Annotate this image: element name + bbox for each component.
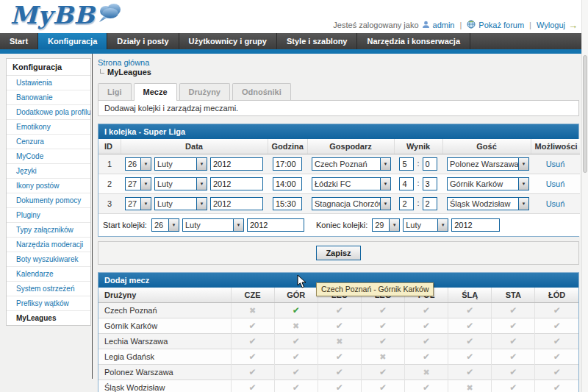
match-day-select[interactable]: 26▼ — [125, 157, 151, 171]
match-toggle-cell[interactable]: ✔ — [535, 365, 578, 380]
match-toggle-cell[interactable]: ✔ — [535, 349, 578, 365]
match-toggle-cell[interactable]: ✔ — [274, 365, 318, 380]
score-away-input[interactable] — [423, 177, 437, 190]
score-home-input[interactable] — [399, 157, 414, 171]
sidebar-item-system-ostrzeżeń[interactable]: System ostrzeżeń — [7, 282, 90, 296]
tab-drużyny[interactable]: Drużyny — [179, 83, 230, 100]
match-toggle-cell[interactable]: ✔ — [361, 303, 404, 318]
score-home-input[interactable] — [399, 177, 414, 190]
match-toggle-cell[interactable]: ✔ — [535, 318, 578, 334]
match-month-select[interactable]: Luty▼ — [154, 157, 207, 171]
match-toggle-cell[interactable]: ✖ — [274, 318, 318, 334]
scrollbar-thumb[interactable] — [583, 55, 587, 173]
match-toggle-cell[interactable]: ✔ — [492, 334, 535, 349]
match-toggle-cell[interactable]: ✔ — [318, 303, 361, 318]
match-toggle-cell[interactable]: ✔ — [405, 303, 448, 318]
match-host-select[interactable]: Łódzki FC▼ — [312, 177, 391, 190]
match-toggle-cell[interactable]: ✔ — [492, 349, 535, 365]
sidebar-item-pluginy[interactable]: Pluginy — [7, 208, 90, 223]
sidebar-item-myleagues[interactable]: MyLeagues — [7, 311, 90, 325]
match-day-select[interactable]: 27▼ — [125, 197, 151, 210]
sidebar-item-dokumenty-pomocy[interactable]: Dokumenty pomocy — [7, 193, 90, 208]
sidebar-item-języki[interactable]: Języki — [7, 164, 90, 179]
match-toggle-cell[interactable]: ✔ — [361, 365, 404, 380]
match-toggle-cell[interactable]: ✔ — [448, 349, 492, 365]
delete-match-link[interactable]: Usuń — [546, 199, 565, 208]
match-toggle-cell[interactable]: ✔ — [535, 303, 578, 318]
score-away-input[interactable] — [423, 157, 437, 171]
sidebar-item-typy-załączników[interactable]: Typy załączników — [7, 223, 90, 238]
round-end-year-input[interactable] — [451, 218, 500, 232]
match-toggle-cell[interactable]: ✔ — [361, 334, 404, 349]
match-toggle-cell[interactable]: ✔ — [492, 380, 535, 392]
match-toggle-cell[interactable]: ✔ — [318, 365, 361, 380]
sidebar-item-ikony-postów[interactable]: Ikony postów — [7, 179, 90, 193]
round-start-day-select[interactable]: 26 ▼ — [151, 218, 179, 232]
match-time-input[interactable] — [273, 157, 302, 171]
match-guest-select[interactable]: Polonez Warszawa▼ — [447, 157, 529, 171]
sidebar-item-narzędzia-moderacji[interactable]: Narzędzia moderacji — [7, 238, 90, 252]
match-time-input[interactable] — [273, 197, 302, 210]
sidebar-item-emotikony[interactable]: Emotikony — [7, 120, 90, 135]
round-end-month-select[interactable]: Luty ▼ — [403, 218, 448, 232]
match-year-input[interactable] — [210, 197, 263, 210]
nav-tab-użytkownicy-i-grupy[interactable]: Użytkownicy i grupy — [179, 33, 277, 49]
sidebar-item-banowanie[interactable]: Banowanie — [7, 90, 90, 105]
vertical-scrollbar[interactable] — [581, 0, 588, 392]
match-toggle-cell[interactable]: ✔ — [231, 365, 274, 380]
match-toggle-cell[interactable]: ✔ — [535, 334, 578, 349]
match-toggle-cell[interactable]: ✔ — [405, 334, 448, 349]
delete-match-link[interactable]: Usuń — [546, 179, 565, 188]
sidebar-item-dodatkowe-pola-profilu[interactable]: Dodatkowe pola profilu — [7, 105, 90, 120]
mybb-logo[interactable]: MyBB — [10, 0, 123, 31]
match-toggle-cell[interactable]: ✔ — [274, 349, 318, 365]
match-toggle-cell[interactable]: ✔ — [361, 380, 404, 392]
match-toggle-cell[interactable]: ✔ — [361, 318, 404, 334]
match-toggle-cell[interactable]: ✔ — [231, 334, 274, 349]
sidebar-item-ustawienia[interactable]: Ustawienia — [7, 76, 90, 90]
round-end-day-select[interactable]: 29 ▼ — [372, 218, 400, 232]
match-toggle-cell[interactable]: ✔ — [448, 334, 492, 349]
match-year-input[interactable] — [210, 157, 263, 171]
nav-tab-działy-i-posty[interactable]: Działy i posty — [107, 33, 179, 49]
match-toggle-cell[interactable]: ✔ — [274, 334, 318, 349]
match-toggle-cell[interactable]: ✔ — [231, 349, 274, 365]
tab-ligi[interactable]: Ligi — [98, 83, 132, 100]
match-guest-select[interactable]: Śląsk Wodzisław▼ — [447, 197, 529, 210]
score-away-input[interactable] — [423, 197, 437, 210]
match-toggle-cell[interactable]: ✖ — [231, 303, 274, 318]
nav-tab-style-i-szablony[interactable]: Style i szablony — [277, 33, 358, 49]
match-toggle-cell[interactable]: ✔ — [405, 349, 448, 365]
match-toggle-cell[interactable]: ✔ — [318, 318, 361, 334]
show-forum-link[interactable]: Pokaż forum — [478, 21, 524, 29]
match-toggle-cell[interactable]: ✔ — [318, 380, 361, 392]
round-start-month-select[interactable]: Luty ▼ — [182, 218, 244, 232]
match-toggle-cell[interactable]: ✖ — [318, 334, 361, 349]
match-toggle-cell[interactable]: ✔ — [448, 303, 492, 318]
match-toggle-cell[interactable]: ✔ — [231, 380, 274, 392]
match-toggle-cell[interactable]: ✖ — [405, 365, 448, 380]
match-toggle-cell[interactable]: ✖ — [361, 349, 404, 365]
match-toggle-cell[interactable]: ✔ — [492, 318, 535, 334]
match-toggle-cell[interactable]: ✔ — [535, 380, 578, 392]
match-toggle-cell[interactable]: ✔ — [492, 365, 535, 380]
match-toggle-cell[interactable]: ✔ — [318, 349, 361, 365]
match-day-select[interactable]: 27▼ — [125, 177, 151, 190]
sidebar-item-kalendarze[interactable]: Kalendarze — [7, 267, 90, 282]
match-guest-select[interactable]: Górnik Karków▼ — [447, 177, 529, 190]
match-toggle-cell[interactable]: ✔ — [274, 303, 318, 318]
match-month-select[interactable]: Luty▼ — [154, 177, 207, 190]
sidebar-item-mycode[interactable]: MyCode — [7, 149, 90, 164]
tab-mecze[interactable]: Mecze — [134, 83, 177, 101]
match-toggle-cell[interactable]: ✔ — [448, 365, 492, 380]
match-toggle-cell[interactable]: ✔ — [448, 318, 492, 334]
nav-tab-start[interactable]: Start — [0, 33, 38, 49]
sidebar-item-cenzura[interactable]: Cenzura — [7, 135, 90, 149]
sidebar-item-prefiksy-wątków[interactable]: Prefiksy wątków — [7, 296, 90, 311]
tab-odnośniki[interactable]: Odnośniki — [232, 83, 291, 100]
match-host-select[interactable]: Stagnacja Chorzów▼ — [312, 197, 391, 210]
save-button[interactable]: Zapisz — [316, 246, 360, 260]
match-year-input[interactable] — [210, 177, 263, 190]
match-toggle-cell[interactable]: ✔ — [274, 380, 318, 392]
match-toggle-cell[interactable]: ✔ — [405, 318, 448, 334]
